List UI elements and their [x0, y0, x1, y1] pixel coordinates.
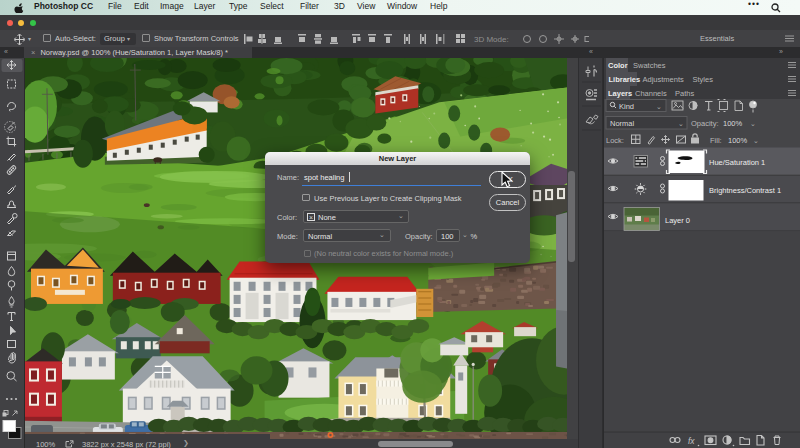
svg-text:⌄: ⌄ — [753, 137, 759, 144]
svg-text:Opacity:: Opacity: — [691, 119, 719, 128]
svg-text:⌄: ⌄ — [678, 120, 684, 127]
svg-text:Normal: Normal — [610, 119, 635, 128]
svg-text:100%: 100% — [728, 136, 748, 145]
svg-text:⌄: ⌄ — [656, 103, 662, 110]
svg-text:Adjustments: Adjustments — [643, 75, 685, 84]
svg-text:Lock:: Lock: — [606, 136, 624, 145]
svg-text:Hue/Saturation 1: Hue/Saturation 1 — [709, 158, 765, 167]
svg-text:Swatches: Swatches — [633, 61, 666, 70]
svg-text:100%: 100% — [723, 119, 743, 128]
svg-text:⌄: ⌄ — [750, 120, 756, 127]
svg-text:Layers: Layers — [608, 89, 632, 98]
svg-text:Channels: Channels — [635, 89, 667, 98]
svg-text:3D Mode:: 3D Mode: — [474, 35, 509, 44]
svg-text:Color: Color — [608, 61, 628, 70]
svg-text:Layer 0: Layer 0 — [665, 216, 690, 225]
svg-text:Brightness/Contrast 1: Brightness/Contrast 1 — [709, 186, 781, 195]
svg-text:Kind: Kind — [619, 102, 634, 111]
svg-text:Libraries: Libraries — [609, 75, 641, 84]
svg-text:Styles: Styles — [693, 75, 714, 84]
svg-text:Fill:: Fill: — [710, 136, 722, 145]
svg-text:Paths: Paths — [675, 89, 694, 98]
svg-text:fx: fx — [688, 436, 695, 446]
